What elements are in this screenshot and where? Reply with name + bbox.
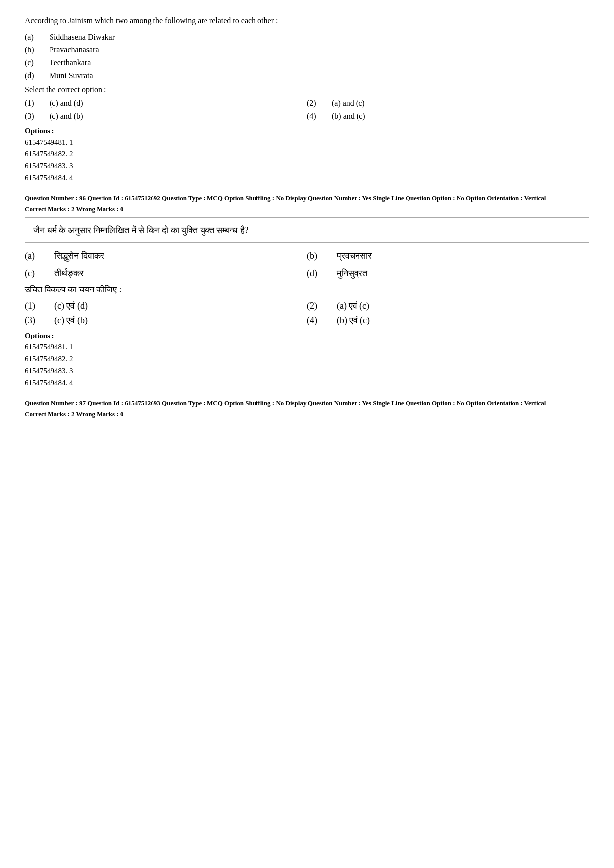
hindi-answer-options: (1) (c) एवं (d) (2) (a) एवं (c) (3) (c) … <box>25 301 589 326</box>
english-options-codes: Options : 61547549481. 1 61547549482. 2 … <box>25 127 589 184</box>
answer-4: (4) (b) and (c) <box>307 112 589 121</box>
option-d: (d) Muni Suvrata <box>25 71 589 80</box>
option-c: (c) Teerthankara <box>25 58 589 67</box>
english-options: (a) Siddhasena Diwakar (b) Pravachanasar… <box>25 33 589 80</box>
select-prompt: Select the correct option : <box>25 85 589 94</box>
english-question-text: According to Jainism which two among the… <box>25 15 589 27</box>
hindi-options: (a) सिद्धुसेन दिवाकर (b) प्रवचनसार (c) त… <box>25 251 589 279</box>
hindi-option-c: (c) तीर्थङ्कर <box>25 268 307 279</box>
q97-marks: Correct Marks : 2 Wrong Marks : 0 <box>25 410 589 418</box>
q97-meta: Question Number : 97 Question Id : 61547… <box>25 398 589 408</box>
hindi-option-d: (d) मुनिसुव्रत <box>307 268 589 279</box>
hindi-option-b: (b) प्रवचनसार <box>307 251 589 261</box>
hindi-answer-3: (3) (c) एवं (b) <box>25 315 307 326</box>
answer-options: (1) (c) and (d) (2) (a) and (c) (3) (c) … <box>25 99 589 121</box>
option-b: (b) Pravachanasara <box>25 46 589 54</box>
answer-3: (3) (c) and (b) <box>25 112 307 121</box>
answer-1: (1) (c) and (d) <box>25 99 307 108</box>
option-a: (a) Siddhasena Diwakar <box>25 33 589 42</box>
hindi-select-prompt: उचित विकल्प का चयन कीजिए : <box>25 285 589 295</box>
answer-2: (2) (a) and (c) <box>307 99 589 108</box>
q96-meta: Question Number : 96 Question Id : 61547… <box>25 193 589 203</box>
q96-options-codes: Options : 61547549481. 1 61547549482. 2 … <box>25 332 589 388</box>
hindi-answer-1: (1) (c) एवं (d) <box>25 301 307 311</box>
q96-marks: Correct Marks : 2 Wrong Marks : 0 <box>25 205 589 213</box>
hindi-question-box: जैन धर्म के अनुसार निम्नलिखित में से किन… <box>25 217 589 243</box>
hindi-answer-4: (4) (b) एवं (c) <box>307 315 589 326</box>
hindi-answer-2: (2) (a) एवं (c) <box>307 301 589 311</box>
hindi-option-a: (a) सिद्धुसेन दिवाकर <box>25 251 307 261</box>
